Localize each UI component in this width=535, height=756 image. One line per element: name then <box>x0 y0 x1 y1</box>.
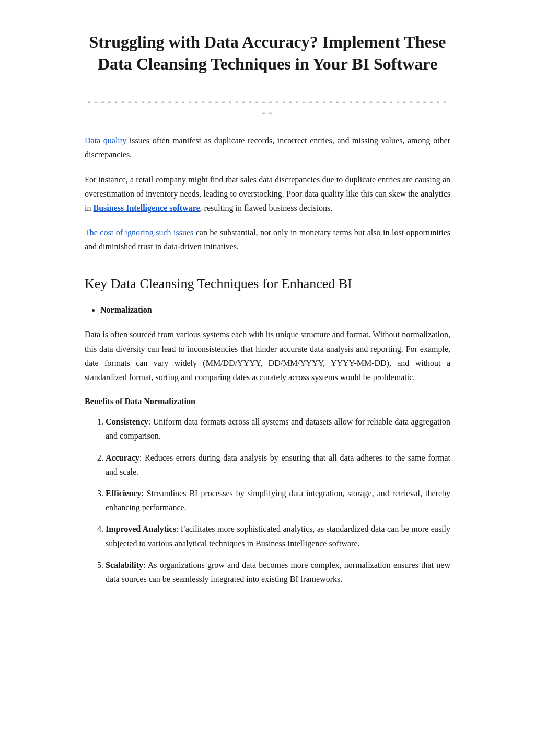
cost-ignoring-link[interactable]: The cost of ignoring such issues <box>85 228 193 237</box>
benefits-subtitle: Benefits of Data Normalization <box>85 397 450 406</box>
benefits-list: Consistency: Uniform data formats across… <box>85 415 450 586</box>
benefit-3-text: : Streamlines BI processes by simplifyin… <box>106 489 450 512</box>
benefit-2-text: : Reduces errors during data analysis by… <box>106 453 450 476</box>
benefit-5-text: : As organizations grow and data becomes… <box>106 560 450 583</box>
benefit-3-label: Efficiency <box>106 489 141 498</box>
list-item: Efficiency: Streamlines BI processes by … <box>106 486 450 514</box>
intro-p2-rest: , resulting in flawed business decisions… <box>200 203 333 212</box>
normalization-label: Normalization <box>100 305 152 314</box>
benefit-2-label: Accuracy <box>106 453 139 462</box>
intro-p1-text: issues often manifest as duplicate recor… <box>85 136 450 159</box>
divider: ----------------------------------------… <box>85 96 450 118</box>
page-title: Struggling with Data Accuracy? Implement… <box>85 31 450 75</box>
data-quality-link[interactable]: Data quality <box>85 136 126 145</box>
benefit-1-text: : Uniform data formats across all system… <box>106 417 450 440</box>
section1-title: Key Data Cleansing Techniques for Enhanc… <box>85 275 450 293</box>
normalization-bullet-item: Normalization <box>100 303 450 317</box>
list-item: Scalability: As organizations grow and d… <box>106 558 450 586</box>
techniques-bullet-list: Normalization <box>85 303 450 317</box>
intro-paragraph-3: The cost of ignoring such issues can be … <box>85 225 450 254</box>
benefit-1-label: Consistency <box>106 417 148 426</box>
list-item: Improved Analytics: Facilitates more sop… <box>106 522 450 550</box>
page-container: Struggling with Data Accuracy? Implement… <box>64 0 471 638</box>
list-item: Accuracy: Reduces errors during data ana… <box>106 451 450 479</box>
bi-software-link[interactable]: Business Intelligence software <box>93 203 200 212</box>
intro-paragraph-2: For instance, a retail company might fin… <box>85 173 450 215</box>
intro-paragraph-1: Data quality issues often manifest as du… <box>85 133 450 162</box>
benefit-5-label: Scalability <box>106 560 143 569</box>
normalization-body: Data is often sourced from various syste… <box>85 327 450 384</box>
list-item: Consistency: Uniform data formats across… <box>106 415 450 443</box>
benefit-4-label: Improved Analytics <box>106 524 176 533</box>
